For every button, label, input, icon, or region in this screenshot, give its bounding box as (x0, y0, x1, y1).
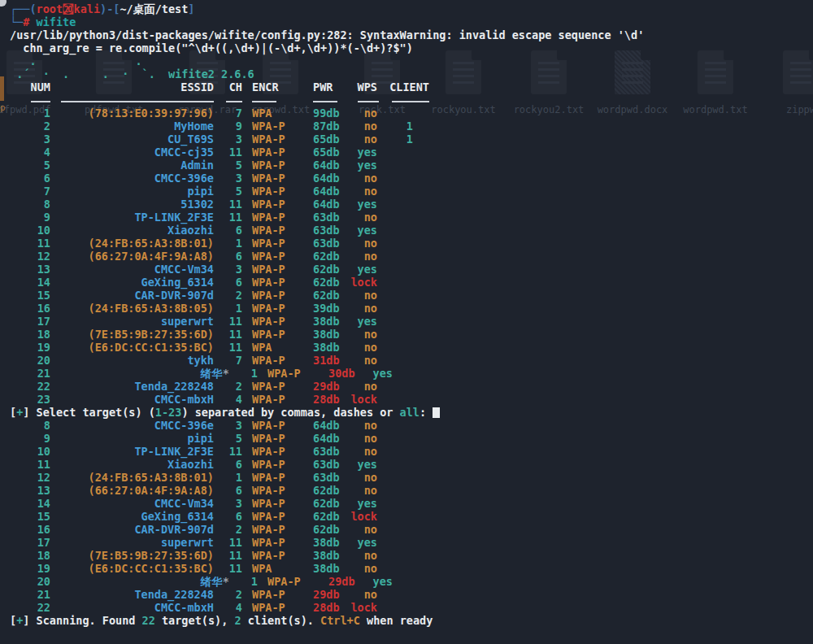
target-wps: lock (347, 601, 377, 614)
target-row: 14 CMCC-Vm34 3 WPA-P 62db yes (0, 497, 813, 510)
target-essid: CU_T69S (50, 133, 214, 146)
target-client-count (377, 497, 413, 510)
target-encryption: WPA-P (252, 159, 299, 172)
target-wps: yes (347, 497, 377, 510)
target-encryption: WPA-P (252, 458, 299, 471)
target-power: 63db (313, 237, 347, 250)
target-encryption: WPA-P (252, 510, 299, 523)
target-channel: 3 (214, 263, 242, 276)
target-essid: 绪华* (50, 575, 229, 588)
target-essid: GeXing_6314 (50, 510, 214, 523)
target-encryption: WPA-P (252, 432, 299, 445)
target-power: 38db (313, 341, 347, 354)
target-power: 65db (313, 146, 347, 159)
target-num: 17 (0, 315, 50, 328)
essid-text: (7E:B5:9B:27:35:6D) (89, 549, 214, 562)
target-client-count (377, 146, 413, 159)
client-count: 2 (234, 614, 241, 627)
target-essid: CMCC-Vm34 (50, 497, 214, 510)
target-channel: 1 (214, 237, 242, 250)
target-power: 64db (313, 172, 347, 185)
target-client-count (377, 289, 413, 302)
target-num: 15 (0, 289, 50, 302)
target-wps: no (347, 484, 377, 497)
target-row: 3 CU_T69S 3 WPA-P 65db no 1 (0, 133, 813, 146)
target-encryption: WPA-P (252, 172, 299, 185)
target-client-count: 1 (377, 120, 413, 133)
target-encryption: WPA-P (252, 263, 299, 276)
kali-at-icon: ㉉ (63, 2, 74, 15)
target-num: 11 (0, 237, 50, 250)
terminal[interactable]: ┌──(root㉉kali)-[~/桌面/test] └─# wifite /u… (0, 0, 813, 644)
target-row: 22 CMCC-mbxH 4 WPA-P 28db lock (0, 601, 813, 614)
wifite-banner-line-1: . . (0, 54, 813, 67)
target-channel: 3 (214, 133, 242, 146)
target-channel: 1 (214, 471, 242, 484)
target-wps: yes (347, 536, 377, 549)
essid-text: CMCC-Vm34 (154, 497, 214, 510)
target-essid: MyHome (50, 120, 214, 133)
target-essid: superwrt (50, 315, 214, 328)
prompt-frame-close: ] (188, 2, 194, 15)
prompt-colon: : (420, 406, 433, 419)
target-essid: (24:FB:65:A3:8B:05) (50, 302, 214, 315)
target-wps: no (347, 445, 377, 458)
essid-text: MyHome (174, 120, 214, 133)
target-wps: yes (347, 146, 377, 159)
terminal-screen: dfpwd.pdfpdfpwd.txtrarpwd.rarrarpwd.txtr… (0, 0, 813, 644)
target-essid: Xiaozhi (50, 224, 214, 237)
target-encryption: WPA-P (252, 120, 299, 133)
essid-text: (24:FB:65:A3:8B:01) (89, 237, 214, 250)
target-row: 21 绪华* 1 WPA-P 30db yes (0, 367, 813, 380)
target-wps: yes (363, 367, 393, 380)
syntax-warning-code-line: chn_arg_re = re.compile("^\d+((,\d+)|(-\… (0, 41, 813, 54)
target-num: 12 (0, 471, 50, 484)
target-row: 22 Tenda_228248 2 WPA-P 29db no (0, 380, 813, 393)
target-essid: Tenda_228248 (50, 588, 214, 601)
essid-text: Xiaozhi (167, 224, 214, 237)
target-row: 16 (24:FB:65:A3:8B:05) 1 WPA-P 39db no (0, 302, 813, 315)
header-underline (392, 101, 429, 102)
essid-text: (66:27:0A:4F:9A:A8) (89, 250, 214, 263)
target-wps: no (347, 432, 377, 445)
target-client-count (377, 172, 413, 185)
target-power: 62db (313, 250, 347, 263)
target-essid: pipi (50, 432, 214, 445)
target-essid: CAR-DVR-907d (50, 289, 214, 302)
column-header-client: CLIENT (377, 80, 429, 94)
target-row: 10 Xiaozhi 6 WPA-P 63db yes (0, 224, 813, 237)
target-encryption: WPA-P (252, 250, 299, 263)
target-power: 62db (313, 263, 347, 276)
target-client-count (377, 276, 413, 289)
target-encryption: WPA (252, 107, 299, 120)
target-power: 63db (313, 211, 347, 224)
target-encryption: WPA-P (252, 328, 299, 341)
target-client-count (377, 354, 413, 367)
target-client-count (377, 107, 413, 120)
target-encryption: WPA (252, 341, 299, 354)
target-power: 38db (313, 328, 347, 341)
target-row: 16 CAR-DVR-907d 2 WPA-P 62db no (0, 523, 813, 536)
bracket: [ (10, 406, 16, 419)
target-row: 20 tykh 7 WPA-P 31db no (0, 354, 813, 367)
target-list-first-scan: 1 (78:13:E0:39:97:96) 7 WPA 99db no 2 My… (0, 107, 813, 406)
target-wps: no (347, 562, 377, 575)
target-num: 22 (0, 601, 50, 614)
target-wps: no (347, 419, 377, 432)
syntax-warning-line: /usr/lib/python3/dist-packages/wifite/co… (0, 28, 813, 41)
target-num: 5 (0, 159, 50, 172)
target-essid: (7E:B5:9B:27:35:6D) (50, 328, 214, 341)
target-row: 19 (E6:DC:CC:C1:35:BC) 11 WPA 38db no (0, 562, 813, 575)
target-num: 9 (0, 211, 50, 224)
target-essid: (24:FB:65:A3:8B:01) (50, 237, 214, 250)
status-text: target(s), (155, 614, 235, 627)
target-client-count (377, 393, 413, 406)
wifite-banner-line-2: .´ · . . · `. wifite2 2.6.6 (0, 67, 813, 80)
target-essid: (24:FB:65:A3:8B:01) (50, 471, 214, 484)
target-row: 13 CMCC-Vm34 3 WPA-P 62db yes (0, 263, 813, 276)
target-essid: (E6:DC:CC:C1:35:BC) (50, 562, 214, 575)
target-client-count (377, 341, 413, 354)
target-num: 10 (0, 224, 50, 237)
target-power: 64db (313, 432, 347, 445)
banner-art: .´ · . . · `. (10, 67, 168, 80)
